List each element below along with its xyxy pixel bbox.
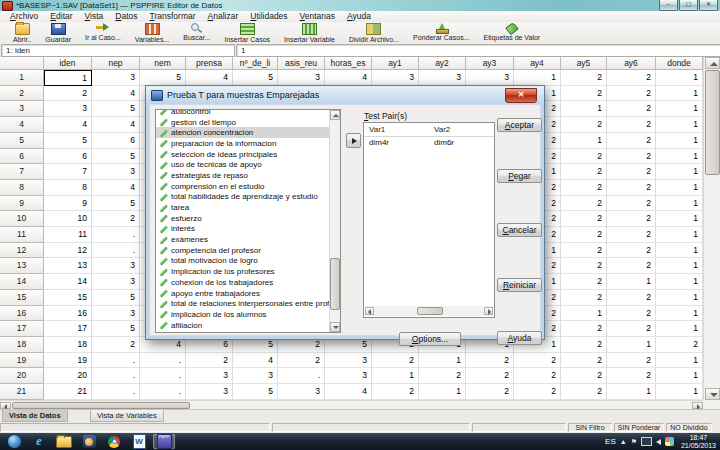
grid-cell[interactable]: 3: [92, 306, 140, 322]
maximize-button[interactable]: ▢: [679, 0, 698, 11]
grid-cell[interactable]: 2: [466, 353, 514, 369]
grid-cell[interactable]: 5: [92, 290, 140, 306]
taskbar-explorer-icon[interactable]: [53, 434, 75, 449]
grid-cell[interactable]: 3: [325, 353, 372, 369]
grid-cell[interactable]: 2: [561, 290, 607, 306]
horizontal-scroll-thumb[interactable]: [12, 402, 190, 409]
grid-cell[interactable]: 3: [92, 258, 140, 274]
grid-cell[interactable]: 20: [44, 368, 92, 384]
grid-cell[interactable]: 2: [607, 353, 656, 369]
grid-cell[interactable]: 3: [372, 70, 419, 86]
variable-list-item[interactable]: competencia del profesor: [156, 245, 340, 256]
grid-cell[interactable]: 3: [186, 368, 233, 384]
column-header[interactable]: asis_reu: [278, 57, 325, 70]
grid-cell[interactable]: 1: [656, 117, 703, 133]
row-header[interactable]: 3: [0, 101, 44, 117]
menu-utilidades[interactable]: Utilidades: [244, 11, 293, 22]
row-header[interactable]: 11: [0, 227, 44, 243]
grid-cell[interactable]: 2: [372, 353, 419, 369]
menu-vista[interactable]: Vista: [79, 11, 110, 22]
column-header[interactable]: ay4: [514, 57, 561, 70]
grid-cell[interactable]: 1: [656, 101, 703, 117]
toolbar-open-button[interactable]: Abrir..: [6, 22, 38, 43]
grid-cell[interactable]: 1: [656, 368, 703, 384]
language-indicator[interactable]: ES: [605, 437, 616, 446]
variable-list-item[interactable]: tarea: [156, 202, 340, 213]
grid-cell[interactable]: 2: [561, 227, 607, 243]
grid-cell[interactable]: 1: [561, 133, 607, 149]
grid-cell[interactable]: 1: [656, 164, 703, 180]
grid-cell[interactable]: 5: [92, 149, 140, 165]
menu-datos[interactable]: Datos: [109, 11, 143, 22]
grid-cell[interactable]: 2: [607, 243, 656, 259]
grid-cell[interactable]: 2: [607, 117, 656, 133]
variable-list[interactable]: autocontrol gestion del tiempo atencion …: [155, 109, 341, 333]
row-header[interactable]: 19: [0, 353, 44, 369]
volume-icon[interactable]: [656, 439, 661, 445]
grid-cell[interactable]: 1: [561, 306, 607, 322]
options-button[interactable]: Options...: [399, 332, 461, 346]
grid-cell[interactable]: 21: [44, 384, 92, 400]
grid-cell[interactable]: 17: [44, 321, 92, 337]
grid-cell[interactable]: 1: [656, 258, 703, 274]
grid-cell[interactable]: 5: [233, 384, 278, 400]
pairs-horizontal-scrollbar[interactable]: [365, 306, 493, 316]
grid-cell[interactable]: .: [278, 368, 325, 384]
grid-cell[interactable]: 15: [44, 290, 92, 306]
variable-list-item[interactable]: apoyo entre trabajadores: [156, 288, 340, 299]
reset-button[interactable]: Reiniciar: [497, 278, 542, 292]
grid-cell[interactable]: 7: [44, 164, 92, 180]
grid-cell[interactable]: 1: [514, 70, 561, 86]
grid-cell[interactable]: 1: [607, 337, 656, 353]
grid-cell[interactable]: 3: [233, 368, 278, 384]
help-button[interactable]: Ayuda: [497, 331, 542, 345]
cell-value-box[interactable]: 1: [236, 44, 720, 57]
grid-cell[interactable]: 4: [325, 384, 372, 400]
variable-list-item[interactable]: atencion concentracion: [156, 127, 340, 138]
accept-button[interactable]: Aceptar: [497, 118, 542, 132]
grid-cell[interactable]: 1: [656, 353, 703, 369]
grid-cell[interactable]: 2: [466, 368, 514, 384]
grid-cell[interactable]: 2: [607, 258, 656, 274]
variable-list-item[interactable]: gestion del tiempo: [156, 117, 340, 128]
grid-cell[interactable]: .: [140, 384, 186, 400]
toolbar-goto-case-button[interactable]: Ir al Caso...: [78, 22, 128, 41]
toolbar-value-labels-button[interactable]: Etiquetas de Valor: [477, 22, 548, 41]
minimize-button[interactable]: –: [659, 0, 678, 11]
grid-cell[interactable]: 1: [656, 321, 703, 337]
grid-cell[interactable]: 2: [607, 180, 656, 196]
grid-cell[interactable]: 5: [92, 196, 140, 212]
grid-cell[interactable]: 1: [656, 180, 703, 196]
grid-cell[interactable]: 2: [656, 337, 703, 353]
grid-cell[interactable]: 2: [44, 86, 92, 102]
menu-transformar[interactable]: Transformar: [144, 11, 202, 22]
row-header[interactable]: 7: [0, 164, 44, 180]
grid-cell[interactable]: 4: [44, 117, 92, 133]
variable-list-item[interactable]: Implicacion de los profesores: [156, 266, 340, 277]
row-header[interactable]: 15: [0, 290, 44, 306]
menu-editar[interactable]: Editar: [44, 11, 78, 22]
row-header[interactable]: 16: [0, 306, 44, 322]
grid-cell[interactable]: 3: [92, 70, 140, 86]
row-header[interactable]: 17: [0, 321, 44, 337]
variable-list-item[interactable]: comprensión en el estudio: [156, 181, 340, 192]
taskbar-ie-icon[interactable]: e: [28, 434, 50, 449]
column-header[interactable]: ay1: [372, 57, 419, 70]
grid-cell[interactable]: 4: [92, 180, 140, 196]
grid-cell[interactable]: 2: [607, 133, 656, 149]
cancel-button[interactable]: Cancelar: [497, 223, 542, 237]
grid-cell[interactable]: 2: [561, 321, 607, 337]
grid-cell[interactable]: 16: [44, 306, 92, 322]
grid-cell[interactable]: 1: [607, 274, 656, 290]
grid-cell[interactable]: 1: [656, 70, 703, 86]
grid-cell[interactable]: 2: [607, 196, 656, 212]
hidden-icons-chevron[interactable]: ▲: [620, 438, 627, 445]
grid-cell[interactable]: 3: [466, 70, 514, 86]
row-header[interactable]: 12: [0, 243, 44, 259]
grid-cell[interactable]: 6: [92, 133, 140, 149]
start-button[interactable]: [3, 434, 25, 449]
menu-ventanas[interactable]: Ventanas: [294, 11, 341, 22]
row-header[interactable]: 20: [0, 368, 44, 384]
toolbar-weight-cases-button[interactable]: Ponderar Casos...: [406, 22, 476, 41]
grid-cell[interactable]: 6: [44, 149, 92, 165]
